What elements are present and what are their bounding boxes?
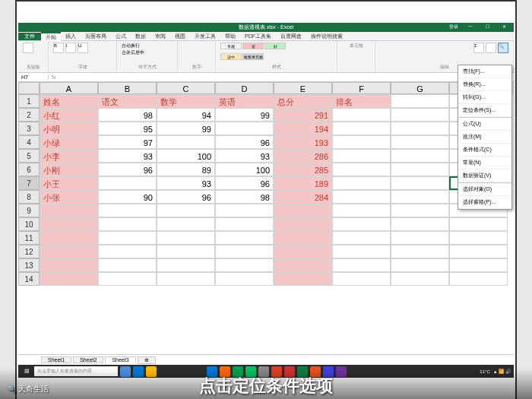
col-d[interactable]: D <box>215 82 274 94</box>
cell[interactable] <box>391 204 449 217</box>
cell[interactable] <box>215 204 274 217</box>
menu-validation[interactable]: 数据验证(V) <box>458 169 511 182</box>
cell[interactable]: 286 <box>274 149 332 163</box>
cell[interactable] <box>449 231 508 245</box>
tab-pdf[interactable]: PDF工具集 <box>240 33 276 40</box>
row-header[interactable]: 12 <box>18 245 40 258</box>
cell[interactable] <box>157 135 215 149</box>
cell[interactable]: 193 <box>274 135 332 149</box>
cell[interactable]: 姓名 <box>40 94 98 108</box>
cell[interactable] <box>98 204 157 217</box>
tab-view[interactable]: 视图 <box>170 33 190 40</box>
sheet-tab-3[interactable]: Sheet3 <box>105 356 135 363</box>
col-e[interactable]: E <box>274 82 332 94</box>
cell[interactable] <box>40 245 98 258</box>
cell[interactable] <box>391 217 449 231</box>
tab-dev[interactable]: 开发工具 <box>190 33 220 40</box>
tab-review[interactable]: 审阅 <box>150 33 170 40</box>
cell[interactable]: 英语 <box>215 94 274 108</box>
cell[interactable] <box>157 231 215 245</box>
col-a[interactable]: A <box>40 82 98 94</box>
row-header[interactable]: 8 <box>18 190 40 204</box>
minimize-button[interactable]: — <box>464 24 477 31</box>
cell[interactable]: 小张 <box>40 190 98 204</box>
cell[interactable] <box>274 204 332 217</box>
cell[interactable] <box>40 231 98 245</box>
row-header[interactable]: 11 <box>18 231 40 245</box>
style-good[interactable]: 好 <box>264 43 286 49</box>
cell[interactable] <box>274 258 332 272</box>
menu-constants[interactable]: 常量(N) <box>458 157 511 169</box>
cell[interactable] <box>157 204 215 217</box>
cell[interactable]: 99 <box>157 122 215 135</box>
cell[interactable] <box>98 245 157 258</box>
cell[interactable] <box>332 135 391 149</box>
cell[interactable]: 96 <box>157 190 215 204</box>
cell[interactable] <box>215 231 274 245</box>
row-header[interactable]: 3 <box>18 122 40 135</box>
row-header[interactable]: 1 <box>18 94 40 108</box>
cell[interactable] <box>274 217 332 231</box>
cell[interactable] <box>98 272 157 286</box>
cell[interactable] <box>391 190 449 204</box>
cell[interactable]: 语文 <box>98 94 157 108</box>
menu-replace[interactable]: 替换(R)... <box>458 78 511 91</box>
row-header[interactable]: 6 <box>18 163 40 176</box>
cell[interactable]: 100 <box>215 163 274 176</box>
cell[interactable]: 284 <box>274 190 332 204</box>
cell[interactable] <box>274 272 332 286</box>
fx-icon[interactable]: fx <box>49 74 59 80</box>
menu-find[interactable]: 查找(F)... <box>458 65 511 78</box>
bold-icon[interactable]: B <box>53 43 64 53</box>
sheet-tab-1[interactable]: Sheet1 <box>41 356 71 363</box>
cell[interactable] <box>391 163 449 176</box>
cell[interactable]: 98 <box>215 190 274 204</box>
cell[interactable] <box>391 258 449 272</box>
cell[interactable] <box>98 176 157 190</box>
cell[interactable] <box>391 108 449 122</box>
cell[interactable]: 93 <box>157 176 215 190</box>
cell[interactable] <box>332 163 391 176</box>
autosum-icon[interactable]: Σ <box>473 43 484 53</box>
cell[interactable]: 98 <box>98 108 157 122</box>
cell[interactable]: 小明 <box>40 122 98 135</box>
cell[interactable] <box>215 245 274 258</box>
cell[interactable] <box>157 217 215 231</box>
tab-baidu[interactable]: 百度网盘 <box>276 33 306 40</box>
cell[interactable] <box>391 245 449 258</box>
cell[interactable] <box>274 245 332 258</box>
cell[interactable] <box>157 258 215 272</box>
menu-cond-format[interactable]: 条件格式(C) <box>458 144 511 157</box>
cell[interactable]: 194 <box>274 122 332 135</box>
sort-filter-icon[interactable] <box>486 43 496 53</box>
cell[interactable] <box>332 122 391 135</box>
wrap-text[interactable]: 自动换行 <box>122 43 140 48</box>
cell[interactable] <box>449 245 508 258</box>
cell[interactable] <box>449 217 508 231</box>
maximize-button[interactable]: ☐ <box>480 24 494 31</box>
cell[interactable] <box>40 217 98 231</box>
cell[interactable] <box>391 176 449 190</box>
cell[interactable] <box>449 258 508 272</box>
cell[interactable]: 数学 <box>157 94 215 108</box>
cell[interactable] <box>215 272 274 286</box>
cell[interactable]: 小红 <box>40 108 98 122</box>
cell[interactable] <box>391 135 449 149</box>
menu-selection-pane[interactable]: 选择窗格(P)... <box>458 196 511 209</box>
cell[interactable] <box>274 231 332 245</box>
cell[interactable] <box>215 217 274 231</box>
tab-formula[interactable]: 公式 <box>111 33 131 40</box>
menu-goto-special[interactable]: 定位条件(S)... <box>458 104 511 117</box>
cell[interactable] <box>40 272 98 286</box>
cell[interactable]: 285 <box>274 163 332 176</box>
login-button[interactable]: 登录 <box>447 24 461 31</box>
col-c[interactable]: C <box>157 82 215 94</box>
cell[interactable]: 90 <box>98 190 157 204</box>
cell[interactable]: 189 <box>274 176 332 190</box>
row-header[interactable]: 5 <box>18 149 40 163</box>
cell[interactable] <box>157 245 215 258</box>
cell[interactable]: 99 <box>215 108 274 122</box>
cell[interactable]: 89 <box>157 163 215 176</box>
cell[interactable]: 小绿 <box>40 135 98 149</box>
cell[interactable] <box>215 122 274 135</box>
